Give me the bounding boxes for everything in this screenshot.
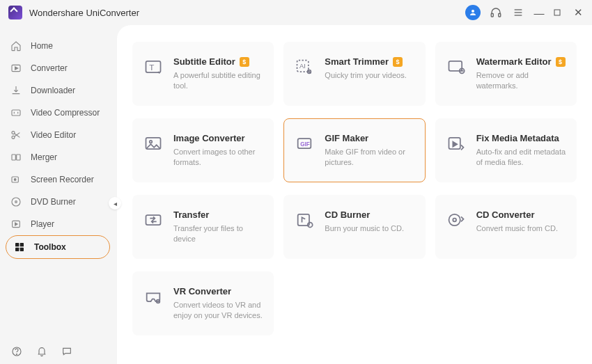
collapse-sidebar-button[interactable]: ◂ — [109, 197, 121, 209]
sidebar-item-player[interactable]: Player — [0, 213, 117, 235]
svg-point-11 — [12, 136, 15, 139]
svg-point-15 — [14, 179, 16, 181]
card-title: Subtitle Editor$ — [173, 56, 249, 67]
sidebar-item-toolbox[interactable]: Toolbox — [6, 235, 110, 259]
minimize-button[interactable]: — — [533, 7, 545, 19]
sidebar-item-compressor[interactable]: Video Compressor — [0, 102, 117, 124]
card-cd-converter[interactable]: CD Converter Convert music from CD. — [435, 195, 577, 259]
sidebar-item-home[interactable]: Home — [0, 35, 117, 57]
sidebar-item-label: Player — [31, 219, 54, 229]
svg-rect-22 — [15, 248, 19, 251]
sidebar-item-downloader[interactable]: Downloader — [0, 79, 117, 102]
card-image-converter[interactable]: Image Converter Convert images to other … — [132, 118, 274, 182]
app-title: Wondershare UniConverter — [29, 8, 139, 18]
svg-marker-19 — [15, 223, 17, 225]
card-title: Transfer — [173, 209, 209, 220]
card-desc: Transfer your files to device — [173, 223, 263, 245]
sidebar-item-merger[interactable]: Merger — [0, 146, 117, 168]
svg-point-42 — [453, 219, 456, 222]
card-body: Fix Media Metadata Auto-fix and edit met… — [476, 132, 566, 168]
svg-point-17 — [15, 201, 17, 203]
card-desc: Convert music from CD. — [476, 223, 566, 234]
card-vr-converter[interactable]: VR Converter Convert videos to VR and en… — [132, 271, 274, 335]
headset-icon[interactable] — [489, 6, 503, 19]
card-cd-burner[interactable]: CD Burner Burn your music to CD. — [283, 195, 425, 259]
home-icon — [10, 40, 22, 52]
maximize-button[interactable] — [553, 8, 564, 17]
card-desc: A powerful subtitle editing tool. — [173, 70, 263, 92]
card-body: Subtitle Editor$ A powerful subtitle edi… — [173, 55, 263, 92]
card-desc: Convert images to other formats. — [173, 147, 263, 168]
card-title: CD Converter — [476, 209, 535, 220]
help-icon[interactable] — [10, 345, 24, 358]
svg-marker-8 — [15, 67, 18, 70]
cd-convert-icon — [446, 209, 467, 230]
svg-point-33 — [150, 141, 153, 143]
card-title: CD Burner — [325, 209, 370, 220]
subtitle-icon: T — [143, 56, 164, 77]
app-logo — [8, 6, 22, 19]
card-smart-trimmer[interactable]: AI Smart Trimmer$ Quicky trim your video… — [283, 42, 425, 106]
card-desc: Burn your music to CD. — [325, 223, 414, 234]
card-body: CD Converter Convert music from CD. — [476, 208, 566, 234]
card-body: Transfer Transfer your files to device — [173, 208, 263, 245]
card-body: Image Converter Convert images to other … — [173, 132, 263, 168]
svg-rect-13 — [17, 155, 20, 160]
sidebar-item-recorder[interactable]: Screen Recorder — [0, 168, 117, 191]
card-title: GIF Maker — [325, 133, 368, 143]
sidebar-item-label: Merger — [31, 152, 57, 162]
svg-point-41 — [449, 214, 460, 225]
svg-rect-12 — [12, 155, 15, 160]
card-desc: Make GIF from video or pictures. — [325, 147, 414, 168]
sidebar-item-dvd[interactable]: DVD Burner — [0, 191, 117, 213]
feedback-icon[interactable] — [60, 345, 74, 358]
titlebar: Wondershare UniConverter — ✕ — [0, 0, 592, 25]
svg-rect-9 — [12, 110, 20, 116]
sidebar-item-editor[interactable]: Video Editor — [0, 124, 117, 146]
card-desc: Quicky trim your videos. — [325, 70, 414, 81]
cd-burn-icon — [294, 209, 315, 230]
download-icon — [10, 84, 22, 97]
card-title: Fix Media Metadata — [476, 133, 559, 143]
svg-point-45 — [17, 354, 17, 355]
sidebar-item-label: Converter — [31, 63, 68, 73]
svg-rect-1 — [491, 14, 493, 17]
sidebar-item-label: Home — [31, 41, 53, 51]
card-body: Watermark Editor$ Remove or add watermar… — [476, 55, 566, 92]
container: Home Converter Downloader Video Compress… — [0, 25, 592, 364]
premium-badge: $ — [240, 57, 249, 67]
trimmer-icon: AI — [294, 56, 315, 77]
bottombar — [10, 345, 74, 358]
card-subtitle-editor[interactable]: T Subtitle Editor$ A powerful subtitle e… — [132, 42, 274, 106]
sidebar-item-label: Video Compressor — [31, 108, 100, 118]
card-body: VR Converter Convert videos to VR and en… — [173, 285, 263, 322]
titlebar-controls: — ✕ — [465, 5, 584, 20]
svg-text:GIF: GIF — [300, 141, 310, 148]
card-gif-maker[interactable]: GIF GIF Maker Make GIF from video or pic… — [283, 118, 425, 182]
merge-icon — [10, 151, 22, 164]
card-watermark-editor[interactable]: Watermark Editor$ Remove or add watermar… — [435, 42, 577, 106]
metadata-icon — [446, 133, 467, 154]
sidebar-item-converter[interactable]: Converter — [0, 57, 117, 79]
close-button[interactable]: ✕ — [572, 6, 584, 19]
svg-rect-6 — [554, 10, 560, 15]
svg-text:T: T — [149, 63, 154, 72]
card-transfer[interactable]: Transfer Transfer your files to device — [132, 195, 274, 259]
user-icon[interactable] — [465, 5, 481, 20]
transfer-icon — [143, 209, 164, 230]
sidebar: Home Converter Downloader Video Compress… — [0, 25, 117, 364]
card-title: Smart Trimmer$ — [325, 56, 403, 67]
converter-icon — [10, 62, 22, 74]
menu-icon[interactable] — [511, 6, 525, 19]
card-body: Smart Trimmer$ Quicky trim your videos. — [325, 55, 414, 81]
toolbox-grid: T Subtitle Editor$ A powerful subtitle e… — [132, 42, 577, 335]
svg-rect-21 — [20, 243, 24, 246]
svg-marker-37 — [453, 142, 457, 147]
disc-icon — [10, 196, 22, 208]
image-icon — [143, 133, 164, 154]
card-desc: Convert videos to VR and enjoy on your V… — [173, 300, 263, 322]
bell-icon[interactable] — [35, 345, 49, 358]
gif-icon: GIF — [294, 133, 315, 154]
card-fix-metadata[interactable]: Fix Media Metadata Auto-fix and edit met… — [435, 118, 577, 182]
compress-icon — [10, 106, 22, 119]
